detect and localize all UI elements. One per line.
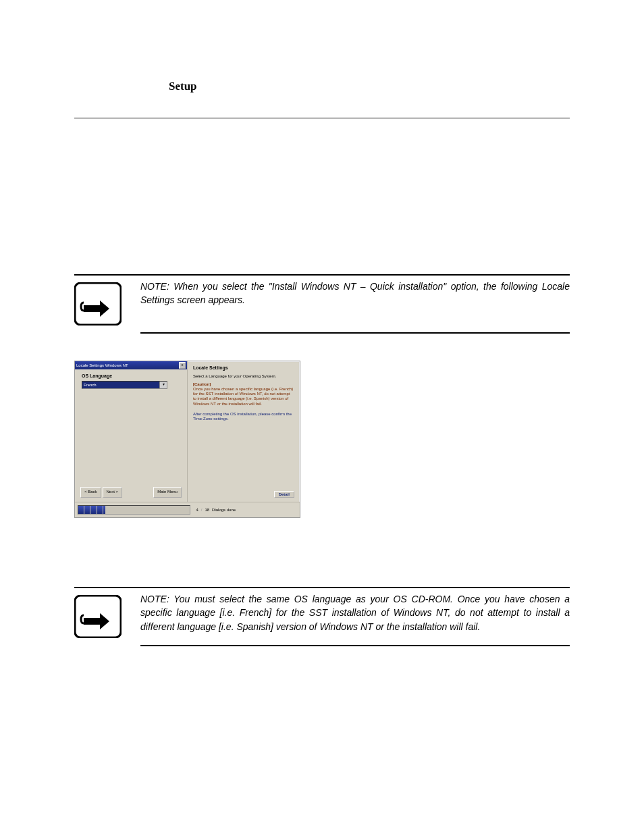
note-text-2: NOTE: You must select the same OS langua… [140,592,570,633]
right-timezone-text: After completing the OS installation, pl… [193,412,294,421]
chevron-down-icon[interactable]: ▾ [159,382,167,388]
document-page: Setup NOTE: When you select the "Install… [0,0,644,834]
screenshot-right-pane: Locale Settings Select a Language for yo… [188,361,300,502]
progress-bar: 100 [78,505,190,515]
screenshot-status-bar: 100 4 / 18 Dialogs done [75,502,300,517]
os-language-select[interactable]: French ▾ [82,381,167,389]
note-row: NOTE: When you select the "Install Windo… [74,280,570,325]
locale-settings-screenshot: Locale Settings Windows NT x OS Language… [74,361,300,518]
note-top-rule-2 [74,587,570,588]
close-icon[interactable]: x [179,362,186,369]
detail-button[interactable]: Detail [274,491,294,498]
note-top-rule [74,274,570,276]
back-button[interactable]: < Back [80,487,101,498]
progress-total: 18 [205,508,209,512]
os-language-label: OS Language [82,373,180,378]
note-block-2: NOTE: You must select the same OS langua… [74,587,570,646]
section-title: Setup [169,80,570,93]
progress-label: Dialogs done [212,508,236,512]
main-menu-button[interactable]: Main Menu [153,487,182,498]
progress-scale: 100 [183,505,188,506]
note-row-2: NOTE: You must select the same OS langua… [74,592,570,638]
caution-text: Once you have chosen a specific language… [193,387,294,407]
os-language-value: French [82,382,159,388]
right-select-language-text: Select a Language for your Operating Sys… [193,374,294,378]
caution-label: [Caution] [193,382,294,386]
pointing-hand-icon [74,595,122,638]
right-heading: Locale Settings [193,365,294,370]
screenshot-title: Locale Settings Windows NT [76,363,128,367]
note-bottom-rule [140,332,570,334]
screenshot-left-pane: Locale Settings Windows NT x OS Language… [75,361,188,502]
progress-current: 4 [196,508,198,512]
pointing-hand-icon [74,282,122,325]
note-block-1: NOTE: When you select the "Install Windo… [74,274,570,334]
note-bottom-rule-2 [140,645,570,646]
note-text-1: NOTE: When you select the "Install Windo… [140,280,570,307]
screenshot-titlebar: Locale Settings Windows NT x [75,361,187,369]
next-button[interactable]: Next > [103,487,123,498]
progress-sep: / [201,508,203,512]
header-rule [74,118,570,119]
